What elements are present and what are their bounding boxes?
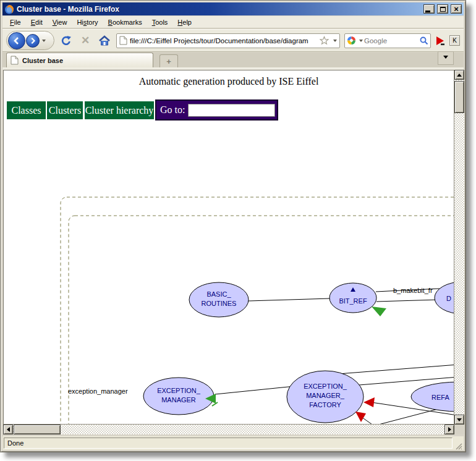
- node-d-partial[interactable]: D: [435, 282, 454, 314]
- svg-text:ROUTINES: ROUTINES: [202, 300, 237, 307]
- menu-help[interactable]: Help: [172, 17, 197, 27]
- status-text: Done: [4, 438, 453, 449]
- horizontal-scrollbar[interactable]: [3, 425, 454, 434]
- menu-edit[interactable]: Edit: [26, 17, 48, 27]
- vertical-scroll-thumb[interactable]: [454, 81, 464, 113]
- back-button[interactable]: [8, 32, 25, 49]
- triangle-right-icon: [448, 427, 454, 432]
- back-arrow-icon: [12, 36, 21, 45]
- status-bar: Done: [2, 436, 464, 450]
- chevron-down-icon: [443, 56, 448, 61]
- menu-view[interactable]: View: [48, 17, 72, 27]
- green-arrowhead-icon: [372, 307, 386, 316]
- tab-cluster-base[interactable]: Cluster base: [6, 53, 153, 67]
- node-exception-manager[interactable]: EXCEPTION_ MANAGER: [143, 378, 214, 415]
- node-refa-partial[interactable]: REFA: [411, 382, 454, 412]
- triangle-down-icon: [457, 418, 462, 424]
- bookmark-star-icon[interactable]: [320, 36, 329, 45]
- svg-text:EXCEPTION_: EXCEPTION_: [157, 387, 201, 394]
- svg-text:EXCEPTION_: EXCEPTION_: [304, 383, 347, 390]
- menu-file[interactable]: File: [5, 17, 26, 27]
- node-exception-manager-factory[interactable]: EXCEPTION_ MANAGER_ FACTORY: [287, 371, 363, 423]
- url-dropdown-icon[interactable]: [333, 40, 337, 44]
- scroll-down-button[interactable]: [454, 415, 464, 425]
- navigation-toolbar: ✕: [2, 29, 464, 52]
- minimize-button[interactable]: [423, 4, 435, 14]
- home-icon: [98, 35, 111, 46]
- vertical-scrollbar[interactable]: [454, 70, 464, 425]
- cluster-label: exception_manager: [68, 387, 128, 395]
- red-arrowhead-icon: [363, 397, 375, 407]
- reload-icon: [61, 35, 72, 46]
- reload-button[interactable]: [59, 33, 74, 49]
- firefox-window: Cluster base - Mozilla Firefox × File Ed…: [0, 0, 466, 452]
- maximize-icon: [440, 7, 446, 12]
- horizontal-scroll-thumb[interactable]: [14, 425, 61, 434]
- minimize-icon: [425, 11, 430, 12]
- svg-text:D: D: [446, 295, 451, 302]
- triangle-left-icon: [4, 427, 10, 432]
- scroll-right-button[interactable]: [444, 425, 454, 434]
- edge-label: b_makebit_fr: [393, 287, 433, 294]
- page-icon: [119, 36, 127, 45]
- maximize-button[interactable]: [437, 4, 448, 14]
- close-icon: ×: [454, 6, 459, 12]
- back-forward-group: [6, 31, 54, 50]
- triangle-up-icon: [457, 71, 462, 77]
- search-box: [344, 33, 431, 48]
- svg-text:BIT_REF: BIT_REF: [339, 297, 367, 305]
- menu-bar: File Edit View History Bookmarks Tools H…: [2, 16, 464, 28]
- svg-text:BASIC_: BASIC_: [206, 290, 231, 298]
- new-tab-button[interactable]: +: [159, 54, 178, 67]
- forward-arrow-icon: [29, 37, 36, 44]
- firefox-icon: [4, 4, 14, 14]
- cluster-diagram: b_makebit_fr exception_manager BASIC_ RO…: [4, 70, 454, 424]
- k-extension-button[interactable]: K: [449, 35, 460, 46]
- menu-history[interactable]: History: [72, 17, 103, 27]
- kaspersky-icon[interactable]: [435, 36, 445, 46]
- svg-text:MANAGER: MANAGER: [161, 396, 196, 404]
- window-title: Cluster base - Mozilla Firefox: [17, 5, 421, 14]
- page-content: Automatic generation produced by ISE Eif…: [4, 70, 454, 424]
- red-arrowhead-icon: [355, 412, 366, 422]
- stop-icon: ✕: [81, 34, 90, 47]
- scroll-up-button[interactable]: [454, 70, 464, 80]
- stop-button[interactable]: ✕: [78, 33, 93, 49]
- google-icon[interactable]: [347, 36, 356, 45]
- scroll-left-button[interactable]: [3, 425, 13, 434]
- history-dropdown-icon[interactable]: [42, 40, 46, 44]
- home-button[interactable]: [97, 33, 112, 49]
- menu-tools[interactable]: Tools: [147, 17, 173, 27]
- tab-page-icon: [11, 56, 19, 65]
- node-basic-routines[interactable]: BASIC_ ROUTINES: [189, 282, 249, 317]
- search-input[interactable]: [364, 37, 419, 44]
- list-all-tabs-button[interactable]: [438, 51, 454, 65]
- url-input[interactable]: [130, 37, 317, 44]
- scrollbar-corner: [454, 425, 464, 434]
- svg-text:FACTORY: FACTORY: [309, 401, 341, 408]
- node-bit-ref[interactable]: BIT_REF: [329, 283, 376, 313]
- browser-viewport: Automatic generation produced by ISE Eif…: [3, 70, 464, 434]
- tab-title: Cluster base: [22, 57, 63, 64]
- close-button[interactable]: ×: [451, 4, 462, 14]
- resize-grip-icon[interactable]: [454, 441, 462, 450]
- svg-text:REFA: REFA: [431, 394, 449, 401]
- menu-bookmarks[interactable]: Bookmarks: [103, 17, 147, 27]
- svg-text:MANAGER_: MANAGER_: [306, 392, 345, 399]
- search-engine-dropdown-icon[interactable]: [359, 40, 363, 44]
- address-bar: [116, 33, 340, 48]
- tab-bar: Cluster base +: [2, 53, 464, 70]
- search-magnifier-icon[interactable]: [420, 36, 428, 45]
- forward-button[interactable]: [26, 34, 40, 48]
- title-bar: Cluster base - Mozilla Firefox ×: [2, 2, 464, 15]
